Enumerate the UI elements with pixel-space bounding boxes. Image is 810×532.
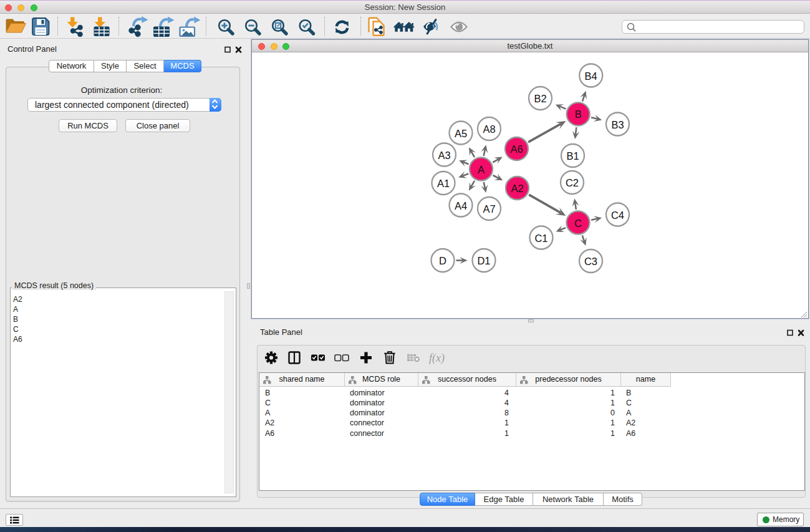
svg-text:B1: B1 [566,150,579,162]
svg-text:f(x): f(x) [429,352,445,365]
svg-text:C4: C4 [611,210,624,221]
svg-text:C3: C3 [584,256,597,267]
svg-text:A5: A5 [455,128,467,139]
svg-text:C2: C2 [566,177,579,188]
svg-text:D: D [439,255,446,266]
svg-text:A8: A8 [483,123,495,135]
svg-text:A4: A4 [455,200,467,211]
svg-text:B2: B2 [534,93,546,104]
svg-text:C1: C1 [534,233,547,244]
svg-text:D1: D1 [477,255,490,266]
svg-text:C: C [574,218,582,229]
svg-text:B: B [575,109,582,120]
svg-text:A1: A1 [437,178,450,189]
svg-text:A6: A6 [510,143,523,155]
svg-text:B4: B4 [585,70,597,82]
svg-text:B3: B3 [611,119,624,130]
svg-text:A7: A7 [483,203,495,215]
svg-text:A2: A2 [511,183,523,194]
svg-text:A: A [478,164,485,175]
svg-text:A3: A3 [438,150,450,161]
